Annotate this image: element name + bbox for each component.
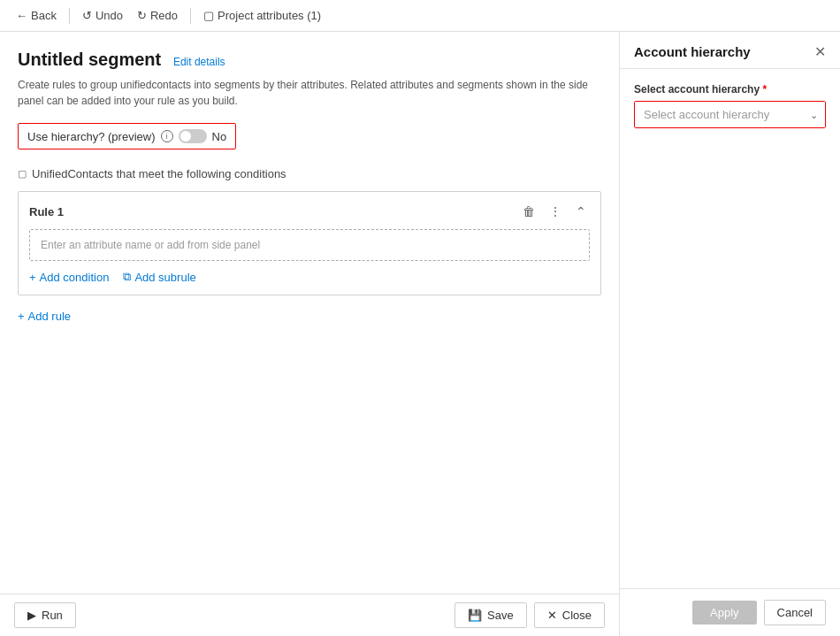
right-panel: Account hierarchy ✕ Select account hiera… — [619, 32, 840, 636]
apply-button[interactable]: Apply — [692, 601, 757, 625]
more-icon: ⋮ — [549, 204, 561, 218]
back-label: Back — [31, 9, 57, 22]
undo-button[interactable]: ↺ Undo — [77, 7, 128, 24]
toolbar: ← Back ↺ Undo ↻ Redo ▢ Project attribute… — [0, 0, 840, 32]
conditions-header: ▢ UnifiedContacts that meet the followin… — [18, 167, 601, 180]
panel-footer: Apply Cancel — [620, 588, 840, 636]
hierarchy-toggle[interactable] — [179, 129, 207, 143]
rule-collapse-button[interactable]: ⌃ — [572, 203, 590, 220]
save-label: Save — [487, 609, 514, 622]
project-attributes-button[interactable]: ▢ Project attributes (1) — [198, 7, 326, 24]
delete-icon: 🗑 — [523, 204, 535, 218]
select-label-text: Select account hierarchy — [634, 83, 760, 96]
rule-delete-button[interactable]: 🗑 — [519, 203, 538, 220]
required-star: * — [762, 83, 767, 96]
panel-title: Account hierarchy — [634, 44, 751, 59]
run-label: Run — [42, 609, 63, 622]
project-attributes-label: Project attributes (1) — [218, 9, 321, 22]
save-button[interactable]: 💾 Save — [454, 602, 527, 628]
add-condition-label: Add condition — [40, 271, 110, 284]
close-button[interactable]: ✕ Close — [534, 602, 605, 628]
select-field-label: Select account hierarchy * — [634, 83, 826, 96]
redo-button[interactable]: ↻ Redo — [132, 7, 183, 24]
left-content: Untitled segment Edit details Create rul… — [0, 32, 619, 594]
back-button[interactable]: ← Back — [11, 7, 62, 24]
conditions-label: UnifiedContacts that meet the following … — [32, 167, 286, 180]
add-condition-plus-icon: + — [29, 271, 36, 284]
hierarchy-label: Use hierarchy? (preview) — [27, 130, 156, 143]
add-subrule-button[interactable]: ⧉ Add subrule — [123, 270, 195, 284]
undo-label: Undo — [95, 9, 123, 22]
bottom-left: ▶ Run — [14, 602, 76, 628]
add-condition-button[interactable]: + Add condition — [29, 271, 109, 284]
rule-actions: 🗑 ⋮ ⌃ — [519, 203, 590, 220]
cancel-label: Cancel — [777, 606, 813, 619]
cancel-button[interactable]: Cancel — [764, 600, 826, 625]
toolbar-separator-2 — [190, 8, 191, 24]
hierarchy-info-icon[interactable]: i — [161, 130, 173, 142]
run-icon: ▶ — [27, 609, 36, 622]
redo-icon: ↻ — [137, 9, 147, 22]
account-hierarchy-select[interactable]: Select account hierarchy — [635, 102, 825, 127]
add-subrule-icon: ⧉ — [123, 270, 131, 284]
attribute-placeholder: Enter an attribute name or add from side… — [41, 239, 260, 251]
toggle-container: No — [179, 129, 227, 143]
close-icon: ✕ — [547, 609, 557, 622]
run-button[interactable]: ▶ Run — [14, 602, 76, 628]
redo-label: Redo — [150, 9, 178, 22]
add-subrule-label: Add subrule — [134, 271, 195, 284]
toggle-value: No — [212, 130, 227, 143]
collapse-icon: ⌃ — [576, 204, 586, 218]
select-wrapper: Select account hierarchy ⌄ — [634, 101, 826, 128]
project-attributes-icon: ▢ — [203, 9, 214, 22]
rule-footer: + Add condition ⧉ Add subrule — [29, 270, 590, 284]
rule-header: Rule 1 🗑 ⋮ ⌃ — [29, 203, 590, 220]
panel-header: Account hierarchy ✕ — [620, 32, 840, 69]
add-rule-plus-icon: + — [18, 310, 25, 323]
panel-close-button[interactable]: ✕ — [814, 45, 826, 59]
hierarchy-section: Use hierarchy? (preview) i No — [18, 123, 236, 149]
left-panel: Untitled segment Edit details Create rul… — [0, 32, 619, 636]
panel-body: Select account hierarchy * Select accoun… — [620, 69, 840, 588]
toolbar-separator-1 — [69, 8, 70, 24]
back-arrow-icon: ← — [16, 9, 27, 22]
page-description: Create rules to group unifiedcontacts in… — [18, 77, 601, 109]
rule-container: Rule 1 🗑 ⋮ ⌃ Enter an attrib — [18, 191, 601, 295]
main-layout: Untitled segment Edit details Create rul… — [0, 32, 840, 636]
apply-label: Apply — [710, 606, 739, 619]
attribute-input[interactable]: Enter an attribute name or add from side… — [29, 229, 590, 261]
page-title: Untitled segment — [18, 50, 161, 69]
undo-icon: ↺ — [82, 9, 92, 22]
add-rule-label: Add rule — [28, 310, 71, 323]
close-label: Close — [562, 609, 592, 622]
edit-details-link[interactable]: Edit details — [173, 56, 225, 68]
conditions-checkbox-icon: ▢ — [18, 168, 27, 180]
page-title-row: Untitled segment Edit details — [18, 50, 601, 70]
toggle-thumb — [180, 131, 191, 142]
save-icon: 💾 — [468, 609, 482, 622]
add-rule-button[interactable]: + Add rule — [18, 310, 71, 323]
rule-more-button[interactable]: ⋮ — [546, 203, 565, 220]
rule-title: Rule 1 — [29, 205, 64, 218]
bottom-bar: ▶ Run 💾 Save ✕ Close — [0, 594, 619, 636]
bottom-right: 💾 Save ✕ Close — [454, 602, 605, 628]
